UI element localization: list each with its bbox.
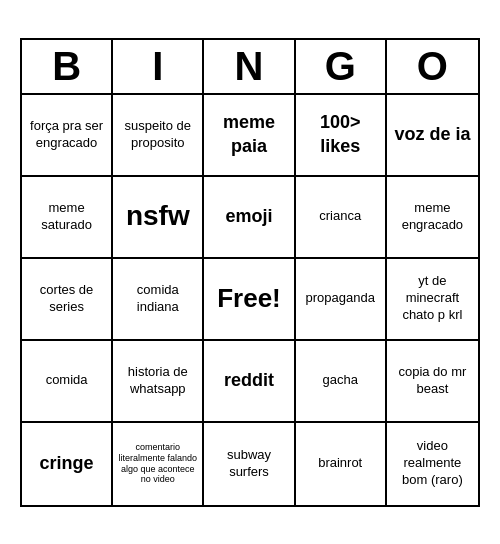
header-letter-n: N — [204, 40, 295, 93]
header-letter-b: B — [22, 40, 113, 93]
header-letter-o: O — [387, 40, 478, 93]
bingo-cell-3: 100> likes — [296, 95, 387, 177]
bingo-cell-16: historia de whatsapp — [113, 341, 204, 423]
bingo-cell-5: meme saturado — [22, 177, 113, 259]
bingo-cell-9: meme engracado — [387, 177, 478, 259]
bingo-cell-7: emoji — [204, 177, 295, 259]
bingo-cell-22: subway surfers — [204, 423, 295, 505]
bingo-cell-15: comida — [22, 341, 113, 423]
bingo-cell-21: comentario literalmente falando algo que… — [113, 423, 204, 505]
header-letter-i: I — [113, 40, 204, 93]
bingo-cell-0: força pra ser engracado — [22, 95, 113, 177]
bingo-cell-18: gacha — [296, 341, 387, 423]
bingo-cell-2: meme paia — [204, 95, 295, 177]
bingo-cell-8: crianca — [296, 177, 387, 259]
bingo-cell-4: voz de ia — [387, 95, 478, 177]
bingo-cell-23: brainrot — [296, 423, 387, 505]
bingo-cell-1: suspeito de proposito — [113, 95, 204, 177]
bingo-cell-6: nsfw — [113, 177, 204, 259]
bingo-cell-10: cortes de series — [22, 259, 113, 341]
bingo-cell-17: reddit — [204, 341, 295, 423]
bingo-header: BINGO — [22, 40, 478, 95]
header-letter-g: G — [296, 40, 387, 93]
bingo-cell-12: Free! — [204, 259, 295, 341]
bingo-cell-24: video realmente bom (raro) — [387, 423, 478, 505]
bingo-cell-13: propaganda — [296, 259, 387, 341]
bingo-cell-20: cringe — [22, 423, 113, 505]
bingo-cell-19: copia do mr beast — [387, 341, 478, 423]
bingo-cell-14: yt de minecraft chato p krl — [387, 259, 478, 341]
bingo-cell-11: comida indiana — [113, 259, 204, 341]
bingo-card: BINGO força pra ser engracadosuspeito de… — [20, 38, 480, 507]
bingo-grid: força pra ser engracadosuspeito de propo… — [22, 95, 478, 505]
